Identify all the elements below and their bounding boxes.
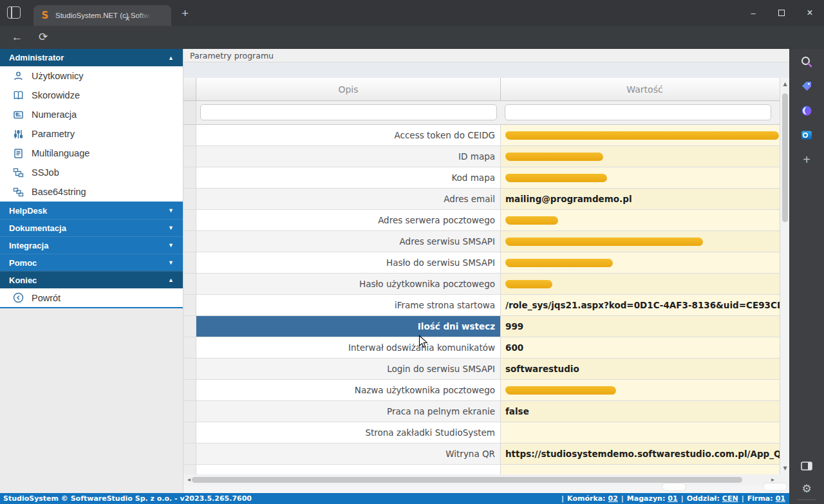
- row-value[interactable]: https://studiosystemdemo.softwarestudio.…: [501, 443, 789, 464]
- row-value[interactable]: false: [501, 401, 789, 422]
- add-sidebar-item-icon[interactable]: +: [800, 153, 813, 166]
- row-value[interactable]: [501, 146, 789, 167]
- column-header-wartosc[interactable]: Wartość: [501, 78, 789, 100]
- sidebar-group-koniec[interactable]: Koniec▲: [0, 271, 183, 288]
- row-value[interactable]: [501, 422, 789, 443]
- row-label[interactable]: Access token do CEIDG: [196, 125, 501, 145]
- browser-titlebar: S StudioSystem.NET (c) SoftwareStudio × …: [0, 0, 824, 26]
- shopping-icon[interactable]: [800, 80, 813, 93]
- rail-divider: [797, 499, 816, 500]
- table-row[interactable]: Adres serwera pocztowego: [183, 210, 789, 231]
- row-value[interactable]: 600: [501, 337, 789, 358]
- row-label[interactable]: Kod mapa: [196, 167, 501, 188]
- row-label[interactable]: Nazwa użytkownika pocztowego: [196, 380, 501, 400]
- microsoft365-icon[interactable]: [800, 104, 813, 117]
- window-maximize-button[interactable]: [767, 0, 796, 26]
- row-value[interactable]: mailing@programdemo.pl: [501, 189, 789, 209]
- sidebar-item-ssjob[interactable]: SSJob: [0, 163, 183, 182]
- sidebar-item-multilanguage[interactable]: Multilanguage: [0, 144, 183, 163]
- scroll-right-icon[interactable]: ►: [768, 477, 778, 483]
- back-icon[interactable]: ←: [12, 31, 23, 44]
- row-label[interactable]: [196, 465, 501, 474]
- row-label[interactable]: Adres serwisu SMSAPI: [196, 231, 501, 252]
- tab-actions-menu-icon[interactable]: [7, 6, 21, 19]
- row-label[interactable]: Login do serwisu SMSAPI: [196, 359, 501, 379]
- status-item-value[interactable]: 01: [776, 494, 785, 503]
- column-header-opis[interactable]: Opis: [196, 78, 501, 100]
- row-label[interactable]: Strona zakładki StudioSystem: [196, 422, 501, 443]
- table-row[interactable]: Access token do CEIDG: [183, 125, 789, 146]
- sidebar-item-numeracja[interactable]: Numeracja: [0, 105, 183, 124]
- table-row[interactable]: Adres serwisu SMSAPI: [183, 231, 789, 252]
- row-value[interactable]: [501, 380, 789, 400]
- row-label[interactable]: Witryna QR: [196, 443, 501, 464]
- horizontal-scrollbar[interactable]: ◄ ►: [183, 474, 789, 485]
- table-row-partial[interactable]: [183, 465, 789, 474]
- sidebar-group-dokumentacja[interactable]: Dokumentacja▼: [0, 219, 183, 236]
- table-row-selected[interactable]: Ilość dni wstecz 999: [183, 316, 789, 337]
- table-row[interactable]: Witryna QR https://studiosystemdemo.soft…: [183, 443, 789, 465]
- row-value[interactable]: [501, 125, 789, 145]
- refresh-icon[interactable]: ⟳: [39, 31, 48, 44]
- sidebar-group-helpdesk[interactable]: HelpDesk▼: [0, 201, 183, 219]
- table-row[interactable]: Kod mapa: [183, 167, 789, 189]
- scroll-up-icon[interactable]: ▲: [780, 81, 790, 87]
- status-item-value[interactable]: 01: [668, 494, 677, 503]
- sidebar-item-skorowidze[interactable]: Skorowidze: [0, 86, 183, 105]
- row-value[interactable]: [501, 167, 789, 188]
- table-row[interactable]: Interwał odswiżania komunikatów 600: [183, 337, 789, 359]
- sidebar-item-powrot[interactable]: Powrót: [0, 288, 183, 308]
- row-label[interactable]: Interwał odswiżania komunikatów: [196, 337, 501, 358]
- row-value[interactable]: [501, 210, 789, 230]
- table-row[interactable]: Login do serwisu SMSAPI softwarestudio: [183, 359, 789, 380]
- outlook-icon[interactable]: [800, 129, 813, 142]
- sidebar-toggle-icon[interactable]: [800, 460, 813, 472]
- sidebar-group-integracja[interactable]: Integracja▼: [0, 236, 183, 254]
- tab-close-icon[interactable]: ×: [122, 14, 133, 23]
- status-item-value[interactable]: 02: [608, 494, 618, 503]
- sidebar-item-u-ytkownicy[interactable]: Użytkownicy: [0, 66, 183, 86]
- row-value[interactable]: [501, 274, 789, 294]
- table-row[interactable]: iFrame strona startowa /role_sys/jqs21.a…: [183, 295, 789, 316]
- row-value[interactable]: [501, 231, 789, 252]
- table-row[interactable]: Hasło użytkownika pocztowego: [183, 274, 789, 295]
- horizontal-scroll-thumb[interactable]: [192, 477, 742, 483]
- wartosc-filter-input[interactable]: [505, 104, 771, 120]
- gear-icon[interactable]: ⚙: [800, 483, 813, 496]
- opis-filter-input[interactable]: [200, 104, 497, 120]
- row-value[interactable]: softwarestudio: [501, 359, 789, 379]
- window-minimize-button[interactable]: –: [739, 0, 767, 26]
- window-close-button[interactable]: ×: [796, 0, 824, 26]
- chevron-down-icon: ▼: [168, 259, 174, 266]
- row-value[interactable]: /role_sys/jqs21.aspx?kod=0D1C-4AF3-8136&…: [501, 295, 789, 315]
- chevron-down-icon: ▼: [168, 242, 174, 248]
- row-label[interactable]: iFrame strona startowa: [196, 295, 501, 315]
- sidebar-item-parametry[interactable]: Parametry: [0, 124, 183, 144]
- sidebar-item-base64string[interactable]: Base64string: [0, 182, 183, 201]
- row-label[interactable]: Adres email: [196, 189, 501, 209]
- row-value[interactable]: [501, 252, 789, 273]
- vertical-scrollbar[interactable]: ▲ ▼: [780, 78, 789, 474]
- search-icon[interactable]: [800, 55, 813, 68]
- row-label[interactable]: Ilość dni wstecz: [196, 316, 501, 337]
- new-tab-button[interactable]: +: [182, 6, 189, 21]
- row-label[interactable]: Hasło do serwisu SMSAPI: [196, 252, 501, 273]
- row-label[interactable]: Hasło użytkownika pocztowego: [196, 274, 501, 294]
- scroll-down-icon[interactable]: ▼: [780, 465, 790, 471]
- table-row[interactable]: ID mapa: [183, 146, 789, 167]
- table-row[interactable]: Nazwa użytkownika pocztowego: [183, 380, 789, 401]
- browser-tab[interactable]: S StudioSystem.NET (c) SoftwareStudio ×: [33, 5, 171, 26]
- vertical-scroll-thumb[interactable]: [782, 93, 788, 222]
- table-row[interactable]: Praca na pelnym ekranie false: [183, 401, 789, 422]
- row-label[interactable]: Adres serwera pocztowego: [196, 210, 501, 230]
- row-label[interactable]: ID mapa: [196, 146, 501, 167]
- status-item-value[interactable]: CEN: [722, 494, 738, 503]
- sidebar-group-administrator[interactable]: Administrator▲: [0, 49, 183, 66]
- row-value[interactable]: [501, 465, 789, 474]
- row-label[interactable]: Praca na pelnym ekranie: [196, 401, 501, 422]
- table-row[interactable]: Strona zakładki StudioSystem: [183, 422, 789, 443]
- row-value[interactable]: 999: [501, 316, 789, 337]
- table-row[interactable]: Hasło do serwisu SMSAPI: [183, 252, 789, 274]
- table-row[interactable]: Adres email mailing@programdemo.pl: [183, 189, 789, 210]
- sidebar-group-pomoc[interactable]: Pomoc▼: [0, 254, 183, 271]
